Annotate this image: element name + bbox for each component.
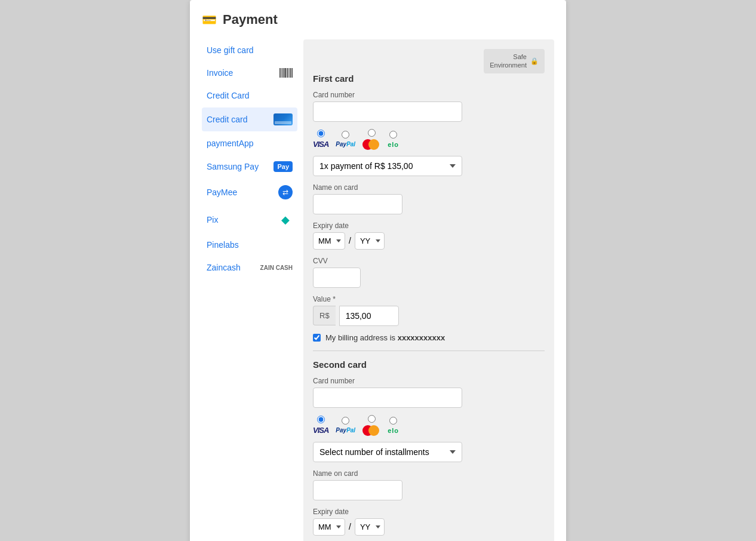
first-card-visa-radio[interactable]: [317, 130, 325, 137]
visa-logo: VISA: [313, 140, 328, 149]
sidebar-item-credit-card[interactable]: Credit Card: [202, 85, 297, 106]
first-billing-text: My billing address is xxxxxxxxxxx: [325, 333, 445, 342]
first-card-mastercard-option[interactable]: [362, 129, 380, 150]
first-card-number-input[interactable]: [313, 102, 462, 122]
first-card-mc-radio[interactable]: [368, 129, 376, 137]
second-card-elo-option[interactable]: elo: [388, 417, 399, 434]
first-card-paypal-option[interactable]: PayPal: [336, 131, 355, 147]
second-card-mastercard-option[interactable]: [362, 415, 380, 436]
visa-logo-2: VISA: [313, 426, 328, 435]
sidebar: Use gift card Invoice Credit Card Credit…: [202, 39, 303, 541]
first-card-section: First card Card number VISA PayPal: [313, 73, 545, 342]
sidebar-item-zaincash[interactable]: Zaincash ZAIN CASH: [202, 257, 297, 278]
second-name-input[interactable]: [313, 480, 402, 500]
paypal-logo-2: PayPal: [336, 427, 355, 434]
first-card-number-label: Card number: [313, 91, 545, 99]
second-expiry-row: MM 01020304 05060708 09101112 / YY 24252…: [313, 518, 545, 536]
second-card-section: Second card Card number VISA PayPal: [313, 359, 545, 541]
first-installment-select[interactable]: 1x payment of R$ 135,00: [313, 156, 462, 176]
first-expiry-year-select[interactable]: YY 24252627 282930: [355, 232, 385, 250]
first-expiry-label: Expiry date: [313, 222, 545, 230]
first-card-number-group: Card number: [313, 91, 545, 122]
second-installment-group: Select number of installments 1x2x3x6x12…: [313, 442, 545, 462]
pix-icon: ◆: [278, 213, 293, 227]
first-name-group: Name on card: [313, 183, 545, 214]
barcode-icon: [279, 68, 293, 78]
samsung-pay-icon: Pay: [273, 161, 293, 172]
second-installment-select[interactable]: Select number of installments 1x2x3x6x12…: [313, 442, 462, 462]
first-card-title: First card: [313, 73, 545, 84]
sidebar-item-paymee[interactable]: PayMee ⇄: [202, 179, 297, 205]
first-card-paypal-radio[interactable]: [342, 131, 349, 139]
paypal-logo: PayPal: [336, 141, 355, 147]
safe-env-text: SafeEnvironment: [490, 53, 527, 70]
second-expiry-year-select[interactable]: YY 24252627 282930: [355, 518, 385, 536]
first-name-label: Name on card: [313, 183, 545, 192]
first-value-group: Value * R$: [313, 295, 545, 326]
second-card-type-selection: VISA PayPal elo: [313, 415, 545, 436]
expiry-slash: /: [349, 236, 351, 245]
second-card-visa-option[interactable]: VISA: [313, 416, 328, 435]
page-title: 💳 Payment: [202, 12, 554, 27]
section-divider: [313, 351, 545, 351]
second-card-number-input[interactable]: [313, 388, 462, 408]
paymee-icon: ⇄: [278, 185, 293, 199]
second-card-title: Second card: [313, 359, 545, 370]
second-card-paypal-radio[interactable]: [342, 417, 349, 425]
second-card-visa-radio[interactable]: [317, 416, 325, 423]
second-expiry-slash: /: [349, 522, 351, 531]
first-cvv-label: CVV: [313, 257, 545, 265]
zaincash-icon: ZAIN CASH: [260, 265, 293, 271]
sidebar-item-invoice[interactable]: Invoice: [202, 62, 297, 84]
second-card-elo-radio[interactable]: [389, 417, 397, 425]
first-card-type-selection: VISA PayPal elo: [313, 129, 545, 150]
sidebar-item-samsung-pay[interactable]: Samsung Pay Pay: [202, 155, 297, 178]
second-name-group: Name on card: [313, 469, 545, 500]
second-card-paypal-option[interactable]: PayPal: [336, 417, 355, 434]
mastercard-logo-2: [362, 425, 380, 436]
credit-card-icon: 💳: [202, 13, 217, 27]
first-expiry-row: MM 01020304 05060708 09101112 / YY 24252…: [313, 232, 545, 250]
elo-logo-2: elo: [388, 427, 399, 434]
first-billing-checkbox[interactable]: [313, 334, 321, 342]
safe-environment-badge: SafeEnvironment 🔒: [484, 49, 545, 73]
second-name-label: Name on card: [313, 469, 545, 478]
sidebar-item-credit-card-2[interactable]: Credit card: [202, 107, 297, 131]
mastercard-logo: [362, 139, 380, 150]
elo-logo: elo: [388, 141, 399, 148]
first-value-input[interactable]: [339, 306, 399, 326]
first-value-label: Value *: [313, 295, 545, 303]
sidebar-item-payment-app[interactable]: paymentApp: [202, 133, 297, 154]
first-installment-group: 1x payment of R$ 135,00: [313, 156, 545, 176]
lock-icon: 🔒: [530, 57, 539, 65]
safe-env-container: SafeEnvironment 🔒: [313, 49, 545, 73]
first-name-input[interactable]: [313, 194, 402, 214]
first-card-elo-option[interactable]: elo: [388, 131, 399, 148]
first-expiry-group: Expiry date MM 01020304 05060708 0910111…: [313, 222, 545, 250]
first-cvv-group: CVV: [313, 257, 545, 288]
content-area: SafeEnvironment 🔒 First card Card number…: [303, 39, 554, 541]
sidebar-item-pinelabs[interactable]: Pinelabs: [202, 234, 297, 256]
first-billing-row: My billing address is xxxxxxxxxxx: [313, 333, 545, 342]
second-expiry-label: Expiry date: [313, 508, 545, 516]
second-expiry-month-select[interactable]: MM 01020304 05060708 09101112: [313, 518, 345, 536]
second-card-number-group: Card number: [313, 377, 545, 408]
second-expiry-group: Expiry date MM 01020304 05060708 0910111…: [313, 508, 545, 536]
credit-card-icon: [273, 113, 293, 125]
first-card-elo-radio[interactable]: [389, 131, 397, 139]
first-expiry-month-select[interactable]: MM 01020304 05060708 09101112: [313, 232, 345, 250]
sidebar-item-pix[interactable]: Pix ◆: [202, 207, 297, 233]
second-card-number-label: Card number: [313, 377, 545, 385]
first-card-visa-option[interactable]: VISA: [313, 130, 328, 149]
second-card-mc-radio[interactable]: [368, 415, 376, 423]
sidebar-item-use-gift-card[interactable]: Use gift card: [202, 39, 297, 61]
first-cvv-input[interactable]: [313, 268, 361, 288]
first-currency-label: R$: [313, 306, 336, 325]
first-value-row: R$: [313, 306, 545, 326]
